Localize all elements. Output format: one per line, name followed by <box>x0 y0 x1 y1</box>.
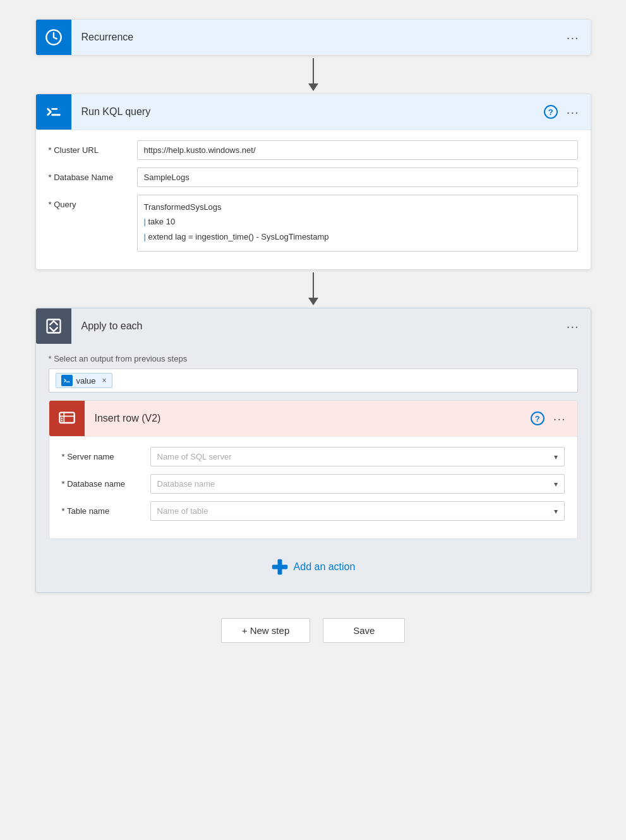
apply-header: Apply to each ··· <box>36 308 591 344</box>
new-step-button[interactable]: + New step <box>221 618 310 643</box>
query-line1: TransformedSysLogs <box>144 200 571 214</box>
output-tag-row[interactable]: value × <box>49 368 578 393</box>
insert-header: Insert row (V2) ? ··· <box>49 401 577 436</box>
loop-icon <box>45 317 63 335</box>
database-name-label: * Database Name <box>49 167 137 182</box>
tag-remove-button[interactable]: × <box>102 376 107 385</box>
tag-label: value <box>76 376 96 386</box>
server-name-label: * Server name <box>62 447 150 461</box>
output-tag: value × <box>56 373 112 388</box>
arrow-head-2 <box>308 298 318 305</box>
canvas: Recurrence ··· Run KQL query ? ··· <box>0 0 626 840</box>
table-name-row: * Table name Name of table ▾ <box>62 501 565 521</box>
query-line3: | extend lag = ingestion_time() - SysLog… <box>144 229 571 244</box>
output-label: * Select an output from previous steps <box>49 354 578 363</box>
sql-icon <box>58 410 76 427</box>
query-input[interactable]: TransformedSysLogs | take 10 | extend la… <box>137 195 578 252</box>
recurrence-title: Recurrence <box>71 32 565 43</box>
kql-actions: ? ··· <box>544 104 591 121</box>
arrow-head-1 <box>308 83 318 91</box>
kql-icon <box>45 103 63 121</box>
server-name-row: * Server name Name of SQL server ▾ <box>62 447 565 466</box>
kql-help-button[interactable]: ? <box>544 105 558 119</box>
query-row: * Query TransformedSysLogs | take 10 | e… <box>49 195 578 252</box>
apply-title: Apply to each <box>71 320 565 332</box>
insert-help-button[interactable]: ? <box>531 411 545 425</box>
kql-body: * Cluster URL * Database Name * Query Tr… <box>36 130 591 269</box>
apply-to-each-card: Apply to each ··· * Select an output fro… <box>35 308 591 593</box>
db-name-placeholder: Database name <box>157 479 215 489</box>
table-chevron-icon: ▾ <box>554 507 558 516</box>
insert-actions: ? ··· <box>531 410 577 427</box>
cluster-url-row: * Cluster URL <box>49 140 578 160</box>
tag-kql-icon <box>63 377 71 384</box>
server-chevron-icon: ▾ <box>554 453 558 461</box>
table-name-label: * Table name <box>62 501 150 516</box>
server-name-select[interactable]: Name of SQL server ▾ <box>150 447 565 466</box>
apply-icon-bg <box>36 308 71 344</box>
apply-more-button[interactable]: ··· <box>565 318 581 335</box>
recurrence-header: Recurrence ··· <box>36 20 591 55</box>
svg-rect-8 <box>61 418 62 419</box>
db-name-select[interactable]: Database name ▾ <box>150 474 565 494</box>
db-name-label: * Database name <box>62 474 150 489</box>
arrow-line-1 <box>313 58 314 83</box>
table-name-select[interactable]: Name of table ▾ <box>150 501 565 521</box>
insert-icon-bg <box>49 401 85 436</box>
svg-rect-9 <box>61 420 62 421</box>
insert-row-card: Insert row (V2) ? ··· * Server name Name… <box>49 400 578 539</box>
arrow-2 <box>308 270 318 308</box>
recurrence-icon-bg <box>36 20 71 55</box>
arrow-line-2 <box>313 272 314 298</box>
apply-actions: ··· <box>565 318 591 335</box>
recurrence-card: Recurrence ··· <box>35 19 591 56</box>
query-text: TransformedSysLogs | take 10 | extend la… <box>144 200 571 244</box>
query-line2: | take 10 <box>144 214 571 229</box>
output-tag-icon <box>61 375 73 386</box>
kql-title: Run KQL query <box>71 106 544 118</box>
query-label: * Query <box>49 195 137 209</box>
database-name-input[interactable] <box>137 167 578 187</box>
clock-icon <box>45 28 63 46</box>
add-action-area: Add an action <box>49 539 578 582</box>
bottom-actions: + New step Save <box>221 618 405 643</box>
kql-more-button[interactable]: ··· <box>565 104 581 121</box>
recurrence-actions: ··· <box>565 29 591 46</box>
insert-body: * Server name Name of SQL server ▾ * Dat… <box>49 436 577 539</box>
add-action-button[interactable]: Add an action <box>271 558 356 576</box>
cluster-url-input[interactable] <box>137 140 578 160</box>
database-name-row: * Database Name <box>49 167 578 187</box>
insert-title: Insert row (V2) <box>85 413 531 424</box>
kql-header: Run KQL query ? ··· <box>36 94 591 130</box>
db-name-row: * Database name Database name ▾ <box>62 474 565 494</box>
cluster-url-label: * Cluster URL <box>49 140 137 155</box>
add-action-label: Add an action <box>294 561 356 573</box>
insert-more-button[interactable]: ··· <box>552 410 567 427</box>
kql-icon-bg <box>36 94 71 130</box>
db-chevron-icon: ▾ <box>554 480 558 489</box>
table-name-placeholder: Name of table <box>157 506 208 516</box>
recurrence-more-button[interactable]: ··· <box>565 29 581 46</box>
kql-card: Run KQL query ? ··· * Cluster URL * Data… <box>35 94 591 270</box>
save-button[interactable]: Save <box>323 618 405 643</box>
arrow-1 <box>308 56 318 94</box>
server-name-placeholder: Name of SQL server <box>157 452 232 461</box>
apply-body: * Select an output from previous steps v… <box>36 344 591 592</box>
add-action-icon <box>271 558 289 576</box>
svg-rect-11 <box>277 559 282 575</box>
